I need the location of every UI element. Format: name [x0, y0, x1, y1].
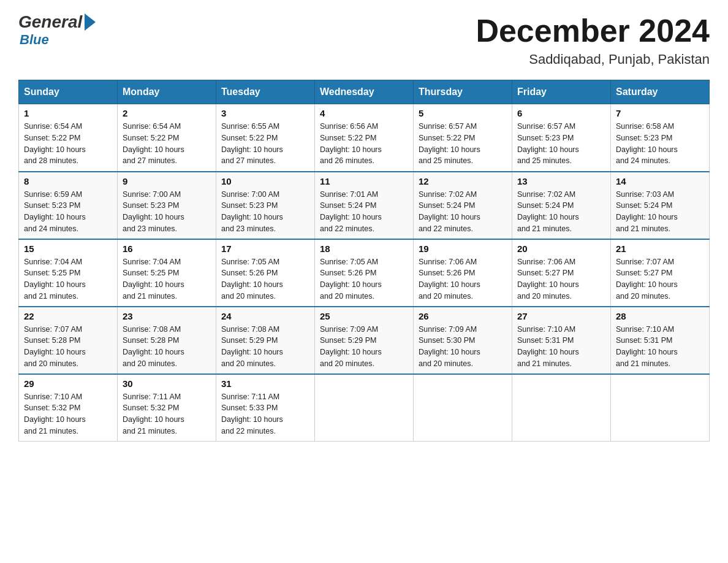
calendar-cell: 5 Sunrise: 6:57 AM Sunset: 5:22 PM Dayli…: [414, 104, 512, 172]
day-number: 6: [517, 108, 605, 118]
day-info: Sunrise: 6:59 AM Sunset: 5:23 PM Dayligh…: [24, 189, 112, 235]
calendar-cell: 26 Sunrise: 7:09 AM Sunset: 5:30 PM Dayl…: [414, 307, 512, 374]
calendar-cell: 10 Sunrise: 7:00 AM Sunset: 5:23 PM Dayl…: [216, 172, 315, 239]
calendar-cell: 2 Sunrise: 6:54 AM Sunset: 5:22 PM Dayli…: [118, 104, 216, 172]
day-info: Sunrise: 7:08 AM Sunset: 5:28 PM Dayligh…: [123, 324, 211, 370]
location-subtitle: Saddiqabad, Punjab, Pakistan: [476, 52, 710, 67]
calendar-cell: 27 Sunrise: 7:10 AM Sunset: 5:31 PM Dayl…: [512, 307, 611, 374]
calendar-cell: 8 Sunrise: 6:59 AM Sunset: 5:23 PM Dayli…: [19, 172, 118, 239]
day-number: 3: [221, 108, 309, 118]
day-info: Sunrise: 7:09 AM Sunset: 5:30 PM Dayligh…: [419, 324, 507, 370]
day-info: Sunrise: 6:57 AM Sunset: 5:23 PM Dayligh…: [517, 121, 605, 167]
calendar-cell: 14 Sunrise: 7:03 AM Sunset: 5:24 PM Dayl…: [611, 172, 710, 239]
day-info: Sunrise: 7:09 AM Sunset: 5:29 PM Dayligh…: [320, 324, 408, 370]
calendar-cell: 23 Sunrise: 7:08 AM Sunset: 5:28 PM Dayl…: [118, 307, 216, 374]
day-number: 26: [419, 311, 507, 321]
day-number: 1: [24, 108, 112, 118]
day-info: Sunrise: 6:58 AM Sunset: 5:23 PM Dayligh…: [616, 121, 704, 167]
day-info: Sunrise: 7:11 AM Sunset: 5:32 PM Dayligh…: [123, 391, 211, 437]
calendar-cell: 13 Sunrise: 7:02 AM Sunset: 5:24 PM Dayl…: [512, 172, 611, 239]
day-info: Sunrise: 7:01 AM Sunset: 5:24 PM Dayligh…: [320, 189, 408, 235]
calendar-cell: 9 Sunrise: 7:00 AM Sunset: 5:23 PM Dayli…: [118, 172, 216, 239]
day-number: 28: [616, 311, 704, 321]
calendar-week-row: 1 Sunrise: 6:54 AM Sunset: 5:22 PM Dayli…: [19, 104, 710, 172]
day-number: 25: [320, 311, 408, 321]
day-info: Sunrise: 7:05 AM Sunset: 5:26 PM Dayligh…: [221, 256, 309, 302]
calendar-cell: 20 Sunrise: 7:06 AM Sunset: 5:27 PM Dayl…: [512, 239, 611, 307]
month-title: December 2024: [476, 12, 710, 49]
header-friday: Friday: [512, 80, 611, 104]
day-info: Sunrise: 6:56 AM Sunset: 5:22 PM Dayligh…: [320, 121, 408, 167]
day-number: 11: [320, 176, 408, 186]
day-info: Sunrise: 7:07 AM Sunset: 5:27 PM Dayligh…: [616, 256, 704, 302]
day-info: Sunrise: 7:04 AM Sunset: 5:25 PM Dayligh…: [123, 256, 211, 302]
day-number: 12: [419, 176, 507, 186]
day-info: Sunrise: 7:00 AM Sunset: 5:23 PM Dayligh…: [123, 189, 211, 235]
day-number: 18: [320, 243, 408, 254]
day-number: 31: [221, 378, 309, 389]
day-info: Sunrise: 7:06 AM Sunset: 5:26 PM Dayligh…: [419, 256, 507, 302]
logo-general-text: General: [18, 12, 82, 32]
day-number: 20: [517, 243, 605, 254]
day-number: 15: [24, 243, 112, 254]
logo: General Blue: [18, 12, 96, 48]
calendar-cell: 6 Sunrise: 6:57 AM Sunset: 5:23 PM Dayli…: [512, 104, 611, 172]
day-number: 27: [517, 311, 605, 321]
day-info: Sunrise: 7:10 AM Sunset: 5:31 PM Dayligh…: [616, 324, 704, 370]
calendar-cell: 18 Sunrise: 7:05 AM Sunset: 5:26 PM Dayl…: [315, 239, 414, 307]
page-header: General Blue December 2024 Saddiqabad, P…: [18, 12, 710, 67]
day-info: Sunrise: 7:08 AM Sunset: 5:29 PM Dayligh…: [221, 324, 309, 370]
calendar-cell: [611, 374, 710, 442]
calendar-cell: 12 Sunrise: 7:02 AM Sunset: 5:24 PM Dayl…: [414, 172, 512, 239]
calendar-week-row: 29 Sunrise: 7:10 AM Sunset: 5:32 PM Dayl…: [19, 374, 710, 442]
day-number: 23: [123, 311, 211, 321]
day-info: Sunrise: 7:04 AM Sunset: 5:25 PM Dayligh…: [24, 256, 112, 302]
day-number: 21: [616, 243, 704, 254]
calendar-table: Sunday Monday Tuesday Wednesday Thursday…: [18, 80, 710, 442]
calendar-cell: 15 Sunrise: 7:04 AM Sunset: 5:25 PM Dayl…: [19, 239, 118, 307]
calendar-cell: 25 Sunrise: 7:09 AM Sunset: 5:29 PM Dayl…: [315, 307, 414, 374]
header-tuesday: Tuesday: [216, 80, 315, 104]
day-number: 14: [616, 176, 704, 186]
day-info: Sunrise: 7:10 AM Sunset: 5:31 PM Dayligh…: [517, 324, 605, 370]
day-number: 29: [24, 378, 112, 389]
logo-arrow-icon: [85, 13, 96, 31]
header-saturday: Saturday: [611, 80, 710, 104]
calendar-cell: 28 Sunrise: 7:10 AM Sunset: 5:31 PM Dayl…: [611, 307, 710, 374]
day-number: 22: [24, 311, 112, 321]
day-number: 17: [221, 243, 309, 254]
calendar-cell: 7 Sunrise: 6:58 AM Sunset: 5:23 PM Dayli…: [611, 104, 710, 172]
day-number: 9: [123, 176, 211, 186]
day-number: 2: [123, 108, 211, 118]
day-number: 30: [123, 378, 211, 389]
day-number: 5: [419, 108, 507, 118]
day-info: Sunrise: 6:54 AM Sunset: 5:22 PM Dayligh…: [123, 121, 211, 167]
calendar-week-row: 15 Sunrise: 7:04 AM Sunset: 5:25 PM Dayl…: [19, 239, 710, 307]
calendar-header-row: Sunday Monday Tuesday Wednesday Thursday…: [19, 80, 710, 104]
day-info: Sunrise: 7:00 AM Sunset: 5:23 PM Dayligh…: [221, 189, 309, 235]
day-info: Sunrise: 7:02 AM Sunset: 5:24 PM Dayligh…: [419, 189, 507, 235]
day-number: 13: [517, 176, 605, 186]
day-info: Sunrise: 7:10 AM Sunset: 5:32 PM Dayligh…: [24, 391, 112, 437]
calendar-cell: [512, 374, 611, 442]
header-thursday: Thursday: [414, 80, 512, 104]
day-info: Sunrise: 7:05 AM Sunset: 5:26 PM Dayligh…: [320, 256, 408, 302]
calendar-cell: 4 Sunrise: 6:56 AM Sunset: 5:22 PM Dayli…: [315, 104, 414, 172]
calendar-cell: [414, 374, 512, 442]
day-info: Sunrise: 7:03 AM Sunset: 5:24 PM Dayligh…: [616, 189, 704, 235]
calendar-cell: 16 Sunrise: 7:04 AM Sunset: 5:25 PM Dayl…: [118, 239, 216, 307]
day-info: Sunrise: 7:06 AM Sunset: 5:27 PM Dayligh…: [517, 256, 605, 302]
calendar-cell: 3 Sunrise: 6:55 AM Sunset: 5:22 PM Dayli…: [216, 104, 315, 172]
day-number: 19: [419, 243, 507, 254]
calendar-cell: 21 Sunrise: 7:07 AM Sunset: 5:27 PM Dayl…: [611, 239, 710, 307]
day-number: 24: [221, 311, 309, 321]
calendar-cell: 11 Sunrise: 7:01 AM Sunset: 5:24 PM Dayl…: [315, 172, 414, 239]
calendar-cell: 24 Sunrise: 7:08 AM Sunset: 5:29 PM Dayl…: [216, 307, 315, 374]
calendar-cell: 1 Sunrise: 6:54 AM Sunset: 5:22 PM Dayli…: [19, 104, 118, 172]
calendar-week-row: 8 Sunrise: 6:59 AM Sunset: 5:23 PM Dayli…: [19, 172, 710, 239]
day-number: 4: [320, 108, 408, 118]
day-info: Sunrise: 7:07 AM Sunset: 5:28 PM Dayligh…: [24, 324, 112, 370]
calendar-cell: 31 Sunrise: 7:11 AM Sunset: 5:33 PM Dayl…: [216, 374, 315, 442]
day-number: 10: [221, 176, 309, 186]
calendar-cell: [315, 374, 414, 442]
